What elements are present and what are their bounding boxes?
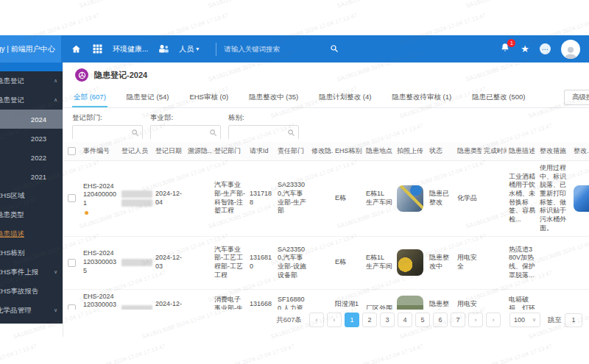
- favorite-star-icon[interactable]: ★: [521, 44, 529, 54]
- pagination-page-3[interactable]: 3: [380, 313, 395, 327]
- tab-隐患登记 (54)[interactable]: 隐患登记 (54): [125, 88, 171, 107]
- cell-location: 厂区外围: [364, 289, 395, 310]
- tab-隐患整改中 (35)[interactable]: 隐患整改中 (35): [247, 88, 300, 107]
- row-checkbox-cell: [63, 289, 81, 310]
- hazard-module-icon: [75, 68, 88, 82]
- sidebar-item-隐患类型[interactable]: 隐患类型: [0, 205, 63, 224]
- tab-EHS审核 (0)[interactable]: EHS审核 (0): [188, 88, 230, 107]
- records-table-wrap: 事件编号登记人员登记日期溯源隐...登记部门请求Id责任部门修改隐...EHS栋…: [63, 142, 589, 310]
- column-header-整改...: 整改...: [571, 142, 589, 161]
- chevron-down-icon: ∨: [532, 317, 536, 323]
- cell-person: [119, 161, 153, 237]
- pagination-page-7[interactable]: 7: [451, 313, 465, 327]
- screenshot-stage: gy | 前端用户中心 环境健康... 人员 ▾: [0, 0, 589, 364]
- cell-measure: [537, 236, 571, 289]
- chevron-down-icon: ∨: [54, 307, 57, 313]
- sidebar-item-label: EHS区域: [0, 191, 25, 201]
- sidebar-item-label: EHS栋别: [0, 249, 25, 258]
- sidebar-item-label: 隐患登记: [0, 76, 24, 86]
- pagination-total: 共607条: [276, 315, 302, 325]
- org-people-icon[interactable]: [158, 43, 169, 55]
- table-row[interactable]: EHS-202412030000352024-12-03汽车事业部-工艺工程部-…: [63, 236, 589, 289]
- cell-finish: [482, 161, 507, 237]
- cell-trace: [186, 161, 212, 237]
- pagination-next[interactable]: ›: [468, 313, 483, 327]
- people-menu[interactable]: 人员 ▾: [179, 44, 199, 54]
- tab-隐患整改待审核 (1)[interactable]: 隐患整改待审核 (1): [390, 88, 453, 107]
- sidebar-item-2021[interactable]: 2021: [0, 167, 63, 186]
- search-icon[interactable]: [330, 43, 339, 56]
- more-options-icon[interactable]: ⋯: [540, 43, 551, 54]
- app-name[interactable]: 环境健康...: [113, 44, 148, 54]
- watermark-text: SA18013088 2024-12-04 17:13:47: [208, 343, 296, 364]
- sidebar-item-2024[interactable]: 2024: [0, 110, 63, 129]
- sidebar-item-隐患描述[interactable]: 隐患描述: [0, 224, 63, 243]
- pagination-next-jump[interactable]: ›: [486, 313, 501, 327]
- chevron-up-icon: ∧: [54, 78, 57, 84]
- tab-隐患计划整改 (4)[interactable]: 隐患计划整改 (4): [317, 88, 373, 107]
- search-input[interactable]: [224, 45, 320, 53]
- cell-modify: [309, 236, 333, 289]
- row-marker-dot: [85, 211, 88, 215]
- pagination-jump-input[interactable]: [565, 313, 582, 327]
- notifications-bell-icon[interactable]: 1: [500, 43, 510, 56]
- pagination-prev-jump[interactable]: ‹: [309, 313, 324, 327]
- filter-group: 栋别:: [228, 113, 299, 142]
- watermark-text: SA18013088 2024-12-04 17:13:47: [465, 0, 554, 10]
- sidebar-item-隐患登记[interactable]: 隐患登记∧: [0, 90, 63, 110]
- hazard-photo-thumbnail[interactable]: [397, 296, 423, 310]
- pagination-prev[interactable]: ‹: [327, 313, 342, 327]
- pagination-page-2[interactable]: 2: [362, 313, 377, 327]
- row-checkbox[interactable]: [68, 259, 76, 267]
- tab-隐患已整改 (500)[interactable]: 隐患已整改 (500): [470, 88, 526, 107]
- select-all-checkbox[interactable]: [68, 147, 76, 155]
- table-row[interactable]: EHS-202412040000012024-12-04汽车事业部-生产部-科智…: [63, 161, 589, 237]
- sidebar-item-label: 2021: [31, 173, 46, 181]
- pagination-page-4[interactable]: 4: [398, 313, 412, 327]
- cell-person: [119, 289, 153, 310]
- hazard-photo-thumbnail[interactable]: [397, 249, 423, 276]
- sidebar-item-label: 2022: [31, 154, 46, 162]
- filter-input-box: [72, 125, 143, 140]
- cell-date: 2024-12-04: [153, 161, 186, 237]
- cell-finish: [482, 289, 507, 310]
- sidebar-item-2022[interactable]: 2022: [0, 148, 63, 167]
- tab-全部 (607)[interactable]: 全部 (607): [72, 88, 107, 107]
- cell-trace: [186, 289, 212, 310]
- main-content: 隐患登记-2024 全部 (607)隐患登记 (54)EHS审核 (0)隐患整改…: [63, 63, 589, 337]
- search-icon: [287, 129, 295, 137]
- sidebar-item-隐患登记[interactable]: 隐患登记∧: [0, 71, 63, 90]
- apps-grid-icon[interactable]: [91, 43, 103, 55]
- pagination-page-1[interactable]: 1: [345, 313, 359, 327]
- cell-resp_dept: SA233500,汽车事业部-设施设备部: [275, 236, 309, 289]
- sidebar-item-EHS事件上报[interactable]: EHS事件上报∨: [0, 263, 63, 282]
- rectified-photo-thumbnail[interactable]: [574, 185, 589, 212]
- home-icon[interactable]: [70, 43, 82, 55]
- sidebar-item-2023[interactable]: 2023: [0, 129, 63, 148]
- cell-desc: 电箱破损、灯环裸露在外: [507, 289, 537, 310]
- page-size-select[interactable]: 100∨: [509, 313, 540, 327]
- column-header-溯源隐...: 溯源隐...: [186, 142, 212, 161]
- cell-location: E栋1L 生产车间: [364, 236, 395, 289]
- sidebar-item-label: EHS事故报告: [0, 287, 39, 296]
- cell-request_id: 1316810: [247, 236, 275, 289]
- sidebar-item-EHS栋别[interactable]: EHS栋别: [0, 243, 63, 263]
- sidebar-item-EHS区域[interactable]: EHS区域: [0, 186, 63, 205]
- row-checkbox[interactable]: [68, 194, 76, 202]
- column-header-隐患描述: 隐患描述: [507, 142, 537, 161]
- cell-modify: [309, 161, 333, 237]
- hazard-photo-thumbnail[interactable]: [397, 185, 423, 212]
- row-checkbox[interactable]: [68, 304, 76, 310]
- table-row[interactable]: EHS-202412030000332024-12-03消费电子事业部-生产部1…: [63, 289, 589, 310]
- event-number: EHS-20241203000033: [83, 293, 117, 310]
- column-header-责任部门: 责任部门: [275, 142, 309, 161]
- cell-resp_dept: SF168800,人力资源: [275, 289, 309, 310]
- sidebar-item-化学品管理[interactable]: 化学品管理∨: [0, 301, 63, 320]
- advanced-search-button[interactable]: 高级搜索: [564, 90, 589, 105]
- column-header-事件编号: 事件编号: [81, 142, 119, 161]
- column-header-请求Id: 请求Id: [247, 142, 275, 161]
- user-avatar[interactable]: [561, 40, 580, 59]
- pagination-page-5[interactable]: 5: [415, 313, 430, 327]
- sidebar-item-EHS事故报告[interactable]: EHS事故报告: [0, 282, 63, 301]
- pagination-page-6[interactable]: 6: [433, 313, 448, 327]
